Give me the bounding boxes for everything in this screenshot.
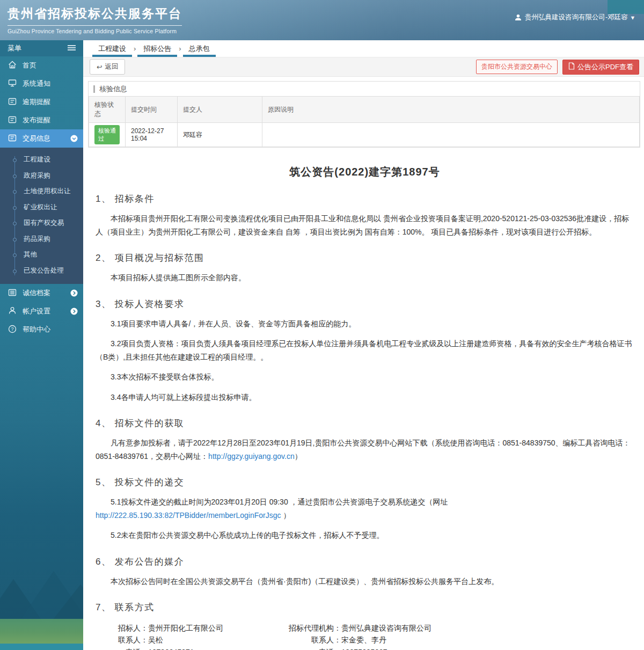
submenu-item-land-use[interactable]: 土地使用权出让 [0, 184, 83, 200]
section-6-paragraph: 本次招标公告同时在全国公共资源交易平台（贵州省·贵阳市)（工程建设类）、贵州省招… [96, 575, 634, 588]
contact-label: 联系人： [118, 634, 148, 646]
announcement-document: 筑公资告(2022)建字第1897号 1、 招标条件 本招标项目贵州开阳化工有限… [88, 148, 640, 650]
section-5-text-end: ） [281, 511, 291, 520]
user-menu[interactable]: 贵州弘典建设咨询有限公司-邓廷容 ▾ [515, 13, 634, 22]
pdf-icon [568, 62, 575, 71]
agency-name: 贵州弘典建设咨询有限公司 [341, 624, 431, 632]
folder-icon [8, 116, 17, 125]
contact-info: 招标人：贵州开阳化工有限公司 联系人：吴松 电话：18786645971 招标代… [96, 622, 634, 650]
user-icon [515, 14, 522, 21]
sidebar-item-label: 帐户设置 [23, 306, 50, 316]
main-area: 工程建设 › 招标公告 › 总承包 ↩ 返回 贵阳市公共资源交易中心 公告公示P… [83, 40, 644, 650]
tenderer-contact-person: 吴松 [148, 636, 163, 644]
top-header: 贵州省招标投标公共服务平台 GuiZhou Province Tendering… [0, 0, 644, 40]
section-5-paragraph-1: 5.1投标文件递交的截止时间为2023年01月20日 09:30 ，通过贵阳市公… [96, 495, 634, 522]
monitor-icon [8, 79, 17, 89]
verify-section-title: 核验信息 [99, 84, 127, 94]
section-4-text-end: ） [295, 452, 302, 461]
sidebar-item-trade-info[interactable]: 交易信息 [0, 129, 83, 148]
header-corner-decoration [608, 0, 644, 14]
section-3-paragraph-2: 3.2项目负责人资格：项目负责人须具备项目经理系已在投标人单位注册并须具备机电工… [96, 337, 634, 363]
contact-label: 招标代理机构： [289, 622, 341, 634]
guiyang-trade-site-link[interactable]: http://ggzy.guiyang.gov.cn [208, 452, 295, 461]
section-2-paragraph: 本项目招标人提供施工图所示全部内容。 [96, 271, 634, 284]
sidebar-item-home[interactable]: 首页 [0, 56, 83, 75]
folder-icon [8, 134, 17, 143]
breadcrumb-item-engineering[interactable]: 工程建设 [92, 40, 133, 57]
list-icon [8, 289, 17, 298]
section-1-heading: 1、 招标条件 [96, 193, 634, 205]
sidebar-item-account-settings[interactable]: 帐户设置 [0, 302, 83, 320]
section-3-paragraph-3: 3.3本次招标不接受联合体投标。 [96, 370, 634, 384]
section-1-paragraph: 本招标项目贵州开阳化工有限公司变换流程优化项目已由开阳县工业和信息化局以 贵州省… [96, 212, 634, 238]
breadcrumb: 工程建设 › 招标公告 › 总承包 [83, 40, 644, 57]
col-submitter: 提交人 [178, 97, 262, 123]
svg-text:?: ? [11, 326, 13, 332]
sidebar-item-label: 帮助中心 [23, 325, 50, 334]
submitter-cell: 邓廷容 [178, 123, 262, 147]
verify-table: 核验状态 提交时间 提交人 原因说明 核验通过 2022-12-27 15:04… [89, 96, 640, 147]
user-name: 贵州弘典建设咨询有限公司-邓廷容 [525, 13, 628, 22]
tenderer-phone: 18786645971 [148, 648, 194, 650]
pdf-view-button[interactable]: 公告公示PDF查看 [562, 60, 639, 75]
verify-section-title-row: 核验信息 [89, 82, 640, 96]
submit-time-cell: 2022-12-27 15:04 [126, 123, 178, 147]
back-button[interactable]: ↩ 返回 [90, 59, 125, 75]
agency-contact-person: 宋金委、李丹 [341, 636, 386, 644]
section-2-heading: 2、 项目概况与招标范围 [96, 252, 634, 264]
col-reason: 原因说明 [262, 97, 640, 123]
breadcrumb-item-general-contract[interactable]: 总承包 [182, 40, 216, 57]
toolbar: ↩ 返回 贵阳市公共资源交易中心 公告公示PDF查看 [83, 57, 644, 77]
sidebar-item-label: 诚信档案 [23, 288, 50, 298]
section-4-paragraph: 凡有意参加投标者，请于2022年12月28日至2023年01月19日,贵阳市公共… [96, 436, 634, 463]
sidebar-item-publish-reminder[interactable]: 发布提醒 [0, 111, 83, 129]
submenu-item-engineering[interactable]: 工程建设 [0, 152, 83, 168]
folder-icon [8, 98, 17, 107]
sidebar-item-label: 发布提醒 [23, 115, 50, 125]
breadcrumb-item-tender-notice[interactable]: 招标公告 [137, 40, 178, 57]
sidebar-item-label: 逾期提醒 [23, 97, 50, 107]
chevron-down-circle-icon [70, 135, 78, 142]
submenu-item-other[interactable]: 其他 [0, 247, 83, 263]
agency-phone: 18275295667 [341, 648, 387, 650]
verify-table-row: 核验通过 2022-12-27 15:04 邓廷容 [89, 123, 640, 147]
sidebar: 菜单 首页 系统通知 逾期提醒 发布提醒 交易信息 [0, 40, 83, 650]
section-3-paragraph-1: 3.1项目要求申请人具备/，并在人员、设备、资金等方面具备相应的能力。 [96, 317, 634, 331]
section-5-paragraph-2: 5.2未在贵阳市公共资源交易中心系统成功上传的电子投标文件，招标人不予受理。 [96, 529, 634, 542]
back-label: 返回 [105, 62, 118, 71]
trade-center-button[interactable]: 贵阳市公共资源交易中心 [476, 60, 558, 74]
col-submit-time: 提交时间 [126, 97, 178, 123]
bidder-login-link[interactable]: http://222.85.190.33:82/TPBidder/memberL… [96, 511, 281, 520]
section-3-paragraph-4: 3.4各申请人均可就上述标段提出投标申请。 [96, 391, 634, 404]
submenu-item-published-notices[interactable]: 已发公告处理 [0, 263, 83, 279]
sidebar-item-credit-archive[interactable]: 诚信档案 [0, 284, 83, 302]
tenderer-contact-block: 招标人：贵州开阳化工有限公司 联系人：吴松 电话：18786645971 [118, 622, 223, 650]
submenu-item-mining-rights[interactable]: 矿业权出让 [0, 200, 83, 216]
reason-cell [262, 123, 640, 147]
account-icon [8, 306, 17, 316]
sidebar-scenery-image [0, 553, 83, 650]
contact-label: 电话： [118, 646, 148, 650]
sidebar-item-overdue-reminder[interactable]: 逾期提醒 [0, 93, 83, 111]
chevron-right-circle-icon [70, 308, 78, 315]
home-icon [8, 61, 17, 70]
sidebar-item-help-center[interactable]: ? 帮助中心 [0, 320, 83, 339]
section-3-heading: 3、 投标人资格要求 [96, 298, 634, 310]
caret-down-icon: ▾ [631, 13, 634, 21]
section-6-heading: 6、 发布公告的媒介 [96, 556, 634, 568]
pdf-button-label: 公告公示PDF查看 [577, 62, 633, 72]
sidebar-item-notifications[interactable]: 系统通知 [0, 75, 83, 93]
trade-info-submenu: 工程建设 政府采购 土地使用权出让 矿业权出让 国有产权交易 药品采购 其他 已… [0, 148, 83, 284]
back-icon: ↩ [97, 63, 102, 71]
section-marker-bar [93, 85, 95, 93]
submenu-item-drug-procurement[interactable]: 药品采购 [0, 231, 83, 247]
agency-contact-block: 招标代理机构：贵州弘典建设咨询有限公司 联系人：宋金委、李丹 电话：182752… [289, 622, 431, 650]
contact-label: 招标人： [118, 622, 148, 634]
verify-status-badge: 核验通过 [94, 125, 120, 144]
tenderer-name: 贵州开阳化工有限公司 [148, 624, 223, 632]
hamburger-icon[interactable] [68, 45, 76, 53]
submenu-item-gov-procurement[interactable]: 政府采购 [0, 168, 83, 184]
col-verify-status: 核验状态 [89, 97, 126, 123]
submenu-item-state-property[interactable]: 国有产权交易 [0, 215, 83, 231]
verify-info-panel: 核验信息 核验状态 提交时间 提交人 原因说明 核验通过 2022-12-27 … [88, 81, 640, 148]
